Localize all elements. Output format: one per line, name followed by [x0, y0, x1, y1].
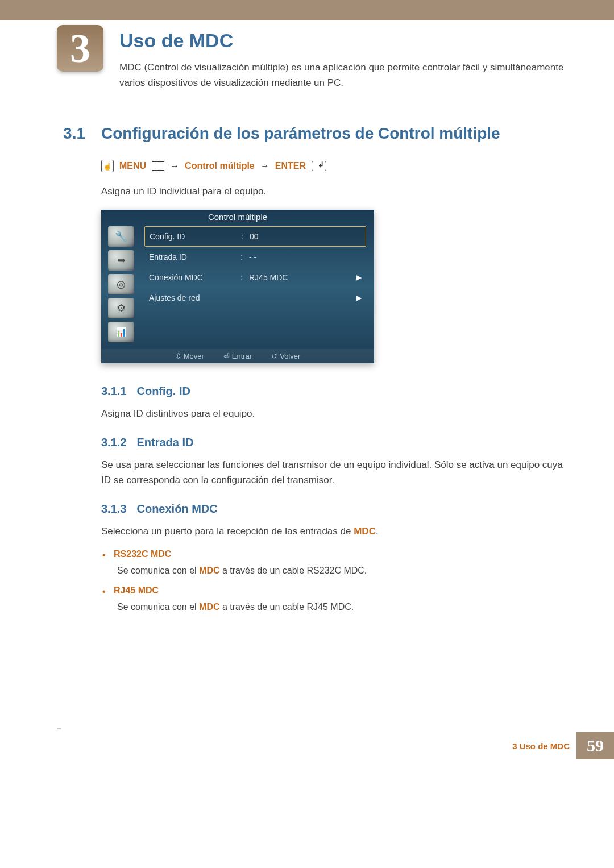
footer-breadcrumb: 3 Uso de MDC	[512, 741, 570, 751]
osd-row: Config. ID : 00	[144, 226, 366, 247]
option-desc: Se comunica con el MDC a través de un ca…	[117, 600, 566, 614]
osd-row-label: Config. ID	[150, 232, 235, 241]
osd-sidebar: 🔧 ➥ ◎ ⚙ 📊	[101, 224, 141, 349]
osd-row: Ajustes de red ▶	[144, 288, 366, 308]
section-body: ☝ MENU → Control múltiple → ENTER Asigna…	[101, 160, 566, 614]
osd-footer-enter: Entrar	[223, 352, 252, 360]
subsection-title: Conexión MDC	[136, 502, 217, 516]
osd-colon: :	[239, 273, 244, 282]
text-highlight: MDC	[199, 602, 219, 612]
text-pre: Selecciona un puerto para la recepción d…	[101, 526, 354, 537]
enter-icon	[312, 161, 326, 171]
option-name: RS232C MDC	[114, 549, 566, 559]
arrow-icon: →	[260, 161, 269, 171]
osd-icon-chart: 📊	[108, 322, 134, 342]
osd-footer-move: Mover	[175, 352, 204, 360]
section-header: 3.1 Configuración de los parámetros de C…	[57, 124, 566, 143]
subsection-header: 3.1.2 Entrada ID	[101, 436, 566, 449]
chapter-number-badge: 3	[57, 25, 103, 72]
text-post: a través de un cable RJ45 MDC.	[220, 602, 354, 612]
subsection-text: Selecciona un puerto para la recepción d…	[101, 524, 566, 539]
osd-icon-tool: 🔧	[108, 226, 134, 247]
option-item: RS232C MDC Se comunica con el MDC a trav…	[114, 549, 566, 578]
osd-icon-gear: ⚙	[108, 298, 134, 318]
subsection-header: 3.1.3 Conexión MDC	[101, 502, 566, 516]
osd-title: Control múltiple	[101, 210, 374, 224]
top-stripe	[0, 0, 614, 20]
subsection-number: 3.1.3	[101, 502, 126, 516]
option-list: RS232C MDC Se comunica con el MDC a trav…	[101, 549, 566, 614]
chapter-description: MDC (Control de visualización múltiple) …	[119, 60, 566, 90]
subsection-text: Se usa para seleccionar las funciones de…	[101, 457, 566, 488]
subsection-title: Entrada ID	[136, 436, 193, 449]
chevron-right-icon: ▶	[356, 273, 362, 281]
osd-icon-input: ➥	[108, 250, 134, 271]
osd-colon: :	[239, 232, 245, 241]
chapter-title: Uso de MDC	[119, 30, 566, 52]
text-pre: Se comunica con el	[117, 566, 199, 575]
subsection-text: Asigna ID distintivos para el equipo.	[101, 406, 566, 421]
osd-body: 🔧 ➥ ◎ ⚙ 📊 Config. ID : 00 Entrada ID :	[101, 224, 374, 349]
menu-step: Control múltiple	[185, 161, 255, 171]
enter-label: ENTER	[275, 161, 306, 171]
subsection-title: Config. ID	[136, 385, 190, 398]
osd-footer-return: Volver	[271, 352, 300, 360]
osd-row: Conexión MDC : RJ45 MDC ▶	[144, 267, 366, 288]
page-footer: 3 Uso de MDC 59	[0, 728, 614, 759]
option-desc: Se comunica con el MDC a través de un ca…	[117, 564, 566, 578]
menu-grid-icon	[152, 161, 164, 171]
menu-path: ☝ MENU → Control múltiple → ENTER	[101, 160, 566, 172]
arrow-icon: →	[170, 161, 179, 171]
osd-row: Entrada ID : - -	[144, 247, 366, 267]
osd-row-value: RJ45 MDC	[249, 273, 352, 282]
remote-icon: ☝	[101, 160, 114, 172]
page-number: 59	[576, 732, 614, 759]
subsection-number: 3.1.1	[101, 385, 126, 398]
option-item: RJ45 MDC Se comunica con el MDC a través…	[114, 585, 566, 614]
footer-rule	[57, 728, 61, 729]
subsection-header: 3.1.1 Config. ID	[101, 385, 566, 398]
osd-row-label: Ajustes de red	[149, 293, 234, 302]
chevron-right-icon: ▶	[356, 294, 362, 302]
section-title: Configuración de los parámetros de Contr…	[101, 124, 500, 143]
osd-screenshot: Control múltiple 🔧 ➥ ◎ ⚙ 📊 Config. ID : …	[101, 210, 374, 363]
osd-row-label: Conexión MDC	[149, 273, 234, 282]
option-name: RJ45 MDC	[114, 585, 566, 596]
text-highlight: MDC	[199, 566, 219, 575]
page-content: 3 Uso de MDC MDC (Control de visualizaci…	[0, 25, 614, 614]
chapter-header: 3 Uso de MDC MDC (Control de visualizaci…	[57, 25, 566, 90]
subsection-number: 3.1.2	[101, 436, 126, 449]
footer-right: 3 Uso de MDC 59	[512, 732, 614, 759]
osd-icon-dial: ◎	[108, 274, 134, 294]
text-post: a través de un cable RS232C MDC.	[220, 566, 367, 575]
osd-footer: Mover Entrar Volver	[101, 349, 374, 363]
osd-colon: :	[239, 252, 244, 261]
section-intro: Asigna un ID individual para el equipo.	[101, 184, 566, 199]
osd-row-value: - -	[249, 252, 362, 261]
osd-row-value: 00	[250, 232, 361, 241]
menu-label: MENU	[119, 161, 146, 171]
osd-row-label: Entrada ID	[149, 252, 234, 261]
section-number: 3.1	[57, 124, 85, 143]
text-post: .	[376, 526, 379, 537]
text-highlight: MDC	[354, 526, 376, 537]
chapter-intro: Uso de MDC MDC (Control de visualización…	[119, 25, 566, 90]
osd-main: Config. ID : 00 Entrada ID : - - Conexió…	[141, 224, 374, 349]
text-pre: Se comunica con el	[117, 602, 199, 612]
